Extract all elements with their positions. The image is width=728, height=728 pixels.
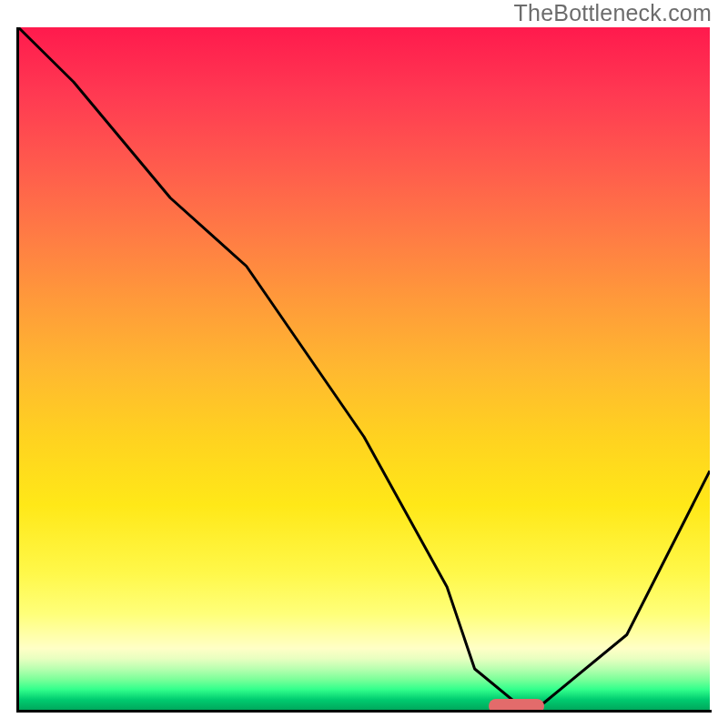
plot-area <box>18 27 710 710</box>
curve-svg <box>18 27 710 710</box>
watermark-text: TheBottleneck.com <box>514 0 712 26</box>
optimal-marker <box>489 699 544 711</box>
x-axis <box>16 710 712 713</box>
bottleneck-curve-path <box>18 27 710 703</box>
chart-frame: TheBottleneck.com <box>0 0 728 728</box>
y-axis <box>16 27 19 713</box>
